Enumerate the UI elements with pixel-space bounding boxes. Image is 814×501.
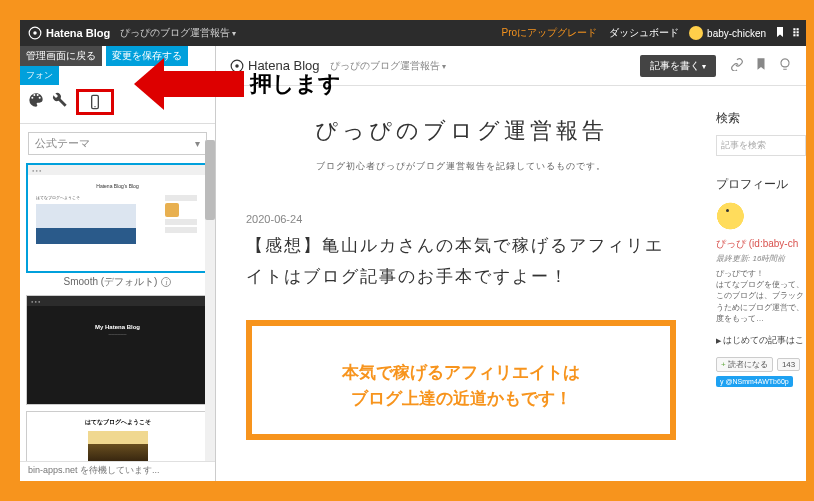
blog-title[interactable]: ぴっぴのブログ運営報告: [246, 116, 676, 146]
arrow-head-icon: [134, 58, 164, 110]
bookmark-icon[interactable]: [754, 57, 768, 75]
annotation-text: 押します: [250, 69, 341, 99]
theme-category-select[interactable]: 公式テーマ: [28, 132, 207, 155]
select-value: 公式テーマ: [35, 136, 90, 151]
search-placeholder: 記事を検索: [721, 139, 766, 152]
svg-point-3: [94, 106, 95, 107]
phone-label: フォン: [20, 66, 59, 85]
preview-blogname-dropdown[interactable]: ぴっぴのブログ運営報告: [330, 59, 446, 73]
avatar-icon: [689, 26, 703, 40]
article-callout-box: 本気で稼げるアフィリエイトは ブログ上達の近道かもです！: [246, 320, 676, 440]
theme-list[interactable]: ● ● ● Hatena Blog's Blog はてなブログへようこそ Smo…: [20, 159, 215, 461]
preview-sidebar: 検索 記事を検索 プロフィール ぴっぴ (id:baby-ch 最終更新: 16…: [706, 86, 806, 481]
arrow-body: [164, 71, 244, 97]
write-article-button[interactable]: 記事を書く: [640, 55, 716, 77]
sidebar-scrollbar[interactable]: [205, 140, 215, 461]
article-date[interactable]: 2020-06-24: [246, 213, 676, 225]
search-heading: 検索: [716, 110, 806, 127]
theme-thumbnail: ● ● ● My Hatena Blog ――――――: [26, 295, 209, 405]
theme-thumbnail: ● ● ● Hatena Blog's Blog はてなブログへようこそ: [26, 163, 209, 273]
global-header: Hatena Blog ぴっぴのブログ運営報告 Proにアップグレード ダッシュ…: [20, 20, 806, 46]
annotation-arrow: 押します: [134, 58, 341, 110]
profile-updated: 最終更新: 16時間前: [716, 253, 806, 264]
profile-avatar[interactable]: [716, 201, 752, 231]
brand-text: Hatena Blog: [46, 27, 110, 39]
callout-line2: ブログ上達の近道かもです！: [272, 386, 650, 412]
mobile-icon: [87, 94, 103, 110]
theme-card-smooth[interactable]: ● ● ● Hatena Blog's Blog はてなブログへようこそ Smo…: [26, 163, 209, 289]
profile-username[interactable]: ぴっぴ (id:baby-ch: [716, 237, 806, 251]
theme-name: Smooth (デフォルト): [64, 275, 158, 289]
search-input[interactable]: 記事を検索: [716, 135, 806, 156]
hatena-logo[interactable]: Hatena Blog: [28, 26, 110, 40]
theme-thumbnail: はてなブログへようこそ: [26, 411, 209, 461]
wrench-icon[interactable]: [52, 92, 68, 112]
theme-card-pushup[interactable]: はてなブログへようこそ Push-upi: [26, 411, 209, 461]
pro-upgrade-link[interactable]: Proにアップグレード: [502, 26, 598, 40]
profile-heading: プロフィール: [716, 176, 806, 193]
article: 2020-06-24 【感想】亀山ルカさんの本気で稼げるアフィリエイトはブログ記…: [246, 213, 676, 440]
username-label: baby-chicken: [707, 28, 766, 39]
subscribe-button[interactable]: 読者になる: [716, 357, 773, 372]
back-to-admin-button[interactable]: 管理画面に戻る: [20, 46, 102, 66]
hatena-icon: [28, 26, 42, 40]
user-menu[interactable]: baby-chicken: [689, 26, 766, 40]
design-sidebar: 管理画面に戻る 変更を保存する フォン 公式テーマ ● ● ●: [20, 46, 216, 481]
blog-name-dropdown[interactable]: ぴっぴのブログ運営報告: [120, 26, 236, 40]
info-icon[interactable]: i: [161, 277, 171, 287]
blog-subtitle: ブログ初心者ぴっぴがブログ運営報告を記録しているものです。: [246, 160, 676, 173]
apps-grid-icon[interactable]: ⠿: [792, 27, 798, 40]
profile-bio: ぴっぴです！ はてなブログを使って、 このブログは、ブラック うためにブログ運営…: [716, 268, 806, 324]
dashboard-link[interactable]: ダッシュボード: [609, 26, 679, 40]
bookmark-icon[interactable]: [774, 26, 786, 40]
theme-card-dark[interactable]: ● ● ● My Hatena Blog ――――――: [26, 295, 209, 405]
svg-point-1: [33, 31, 37, 35]
preview-pane: Hatena Blog ぴっぴのブログ運営報告 記事を書く ぴっぴのブログ運営報…: [216, 46, 806, 481]
status-bar: bin-apps.net を待機しています...: [20, 461, 215, 481]
preview-main: ぴっぴのブログ運営報告 ブログ初心者ぴっぴがブログ運営報告を記録しているものです…: [216, 86, 706, 481]
callout-line1: 本気で稼げるアフィリエイトは: [272, 360, 650, 386]
twitter-follow-button[interactable]: y @NSmm4AWTb60p: [716, 376, 793, 387]
first-article-link[interactable]: はじめての記事はこ: [716, 334, 806, 347]
mobile-preview-button[interactable]: [76, 89, 114, 115]
link-icon[interactable]: [730, 57, 744, 75]
lightbulb-icon[interactable]: [778, 57, 792, 75]
subscriber-count: 143: [777, 358, 800, 371]
palette-icon[interactable]: [28, 92, 44, 112]
article-title[interactable]: 【感想】亀山ルカさんの本気で稼げるアフィリエイトはブログ記事のお手本ですよー！: [246, 231, 676, 292]
